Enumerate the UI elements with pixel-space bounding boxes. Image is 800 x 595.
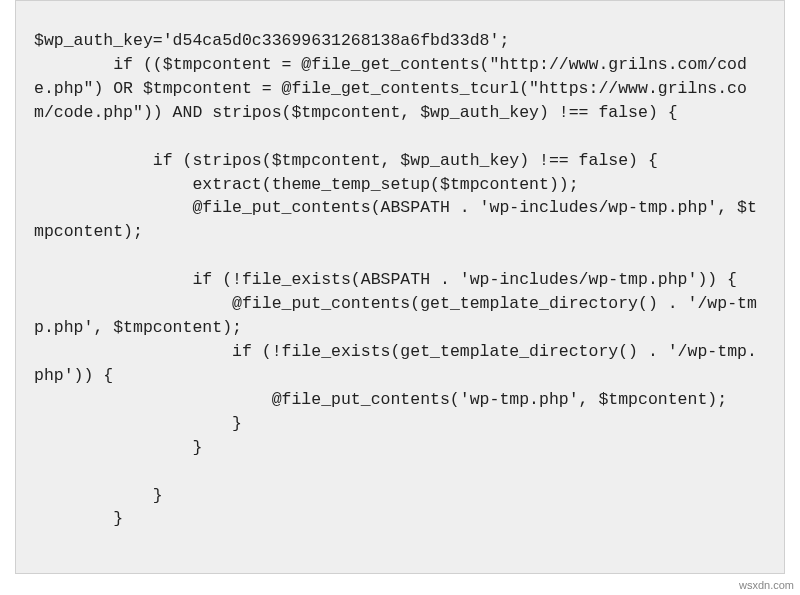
watermark: wsxdn.com bbox=[739, 579, 794, 591]
code-block: $wp_auth_key='d54ca5d0c33699631268138a6f… bbox=[15, 0, 785, 574]
code-text: $wp_auth_key='d54ca5d0c33699631268138a6f… bbox=[34, 29, 766, 531]
